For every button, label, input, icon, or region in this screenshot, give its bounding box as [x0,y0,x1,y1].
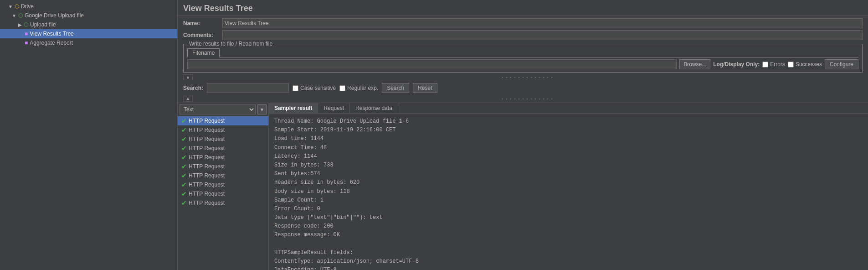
case-sensitive-group: Case sensitive [293,85,336,91]
collapse-arrow-btn[interactable]: ▲ [183,74,193,80]
tab-sampler-result[interactable]: Sampler result [269,103,318,113]
reset-button[interactable]: Reset [413,83,437,93]
result-line-9: Body size in bytes: 118 [274,187,863,196]
filename-input-row: Browse... Log/Display Only: Errors Succe… [187,57,858,70]
sidebar-item-google-drive-upload[interactable]: ▼ ⬡ Google Drive Upload file [0,11,177,20]
request-label: HTTP Request [189,172,225,179]
name-label: Name: [183,20,220,26]
tab-response-data[interactable]: Response data [350,103,398,113]
request-item[interactable]: ✔ HTTP Request [178,125,268,135]
request-item[interactable]: ✔ HTTP Request [178,198,268,208]
section-separator-bottom: ▲ • • • • • • • • • • • • • [178,95,868,103]
log-display-label: Log/Display Only: [713,61,760,68]
request-label: HTTP Request [189,182,225,188]
filename-input[interactable] [187,59,677,69]
listener-icon: ■ [21,31,28,37]
tab-request[interactable]: Request [318,103,350,113]
collapse-arrow-btn-2[interactable]: ▲ [183,96,193,102]
status-icon: ✔ [181,163,187,170]
request-item[interactable]: ✔ HTTP Request [178,116,268,125]
request-item[interactable]: ✔ HTTP Request [178,135,268,144]
request-item[interactable]: ✔ HTTP Request [178,180,268,189]
status-icon: ✔ [181,145,187,152]
regular-exp-group: Regular exp. [339,85,378,91]
drag-divider-bottom[interactable]: • • • • • • • • • • • • • [193,98,863,100]
case-sensitive-checkbox[interactable] [293,85,298,91]
drive-icon: ⬡ [15,3,19,10]
successes-label[interactable]: Successes [796,61,822,68]
search-label: Search: [183,85,203,91]
filename-tab[interactable]: Filename [187,48,220,57]
request-item[interactable]: ✔ HTTP Request [178,162,268,171]
text-dropdown[interactable]: Text [180,104,256,114]
request-item[interactable]: ✔ HTTP Request [178,171,268,180]
dropdown-arrow-button[interactable]: ▼ [257,104,267,114]
result-line-7: Sent bytes:574 [274,170,863,178]
result-line-2: Sample Start: 2019-11-19 22:16:00 CET [274,126,863,135]
page-title: View Results Tree [183,4,863,13]
request-label: HTTP Request [189,154,225,161]
request-list: ✔ HTTP Request ✔ HTTP Request ✔ HTTP Req… [178,116,268,270]
result-line-5: Latency: 1144 [274,152,863,161]
request-label: HTTP Request [189,127,225,133]
search-input[interactable] [207,83,289,93]
result-line-12: Data type ("text"|"bin"|""): text [274,213,863,222]
search-button[interactable]: Search [382,83,409,93]
search-row: Search: Case sensitive Regular exp. Sear… [178,81,868,95]
result-line-1: Thread Name: Google Drive Upload file 1-… [274,117,863,126]
drag-dots: • • • • • • • • • • • • • [502,75,553,79]
result-line-11: Error Count: 0 [274,205,863,213]
section-separator-top: ▲ • • • • • • • • • • • • • [178,73,868,81]
result-line-6: Size in bytes: 738 [274,161,863,170]
write-results-legend: Write results to file / Read from file [187,41,274,47]
browse-button[interactable]: Browse... [679,59,710,69]
split-area: Text ▼ ✔ HTTP Request ✔ HTTP Request ✔ H… [178,103,868,270]
result-line-14: Response message: OK [274,231,863,239]
title-bar: View Results Tree [178,0,868,16]
status-icon: ✔ [181,199,187,207]
errors-checkbox[interactable] [762,62,768,68]
status-icon: ✔ [181,117,187,125]
name-row: Name: [183,17,863,29]
request-label: HTTP Request [189,118,225,124]
status-icon: ✔ [181,181,187,188]
configure-button[interactable]: Configure [825,59,858,69]
name-input[interactable] [222,18,863,28]
status-icon: ✔ [181,154,187,161]
case-sensitive-label[interactable]: Case sensitive [300,85,336,91]
request-list-panel: Text ▼ ✔ HTTP Request ✔ HTTP Request ✔ H… [178,103,269,270]
sidebar-item-drive[interactable]: ▼ ⬡ Drive [0,2,177,11]
request-label: HTTP Request [189,200,225,206]
thread-icon: ⬡ [24,21,28,28]
request-label: HTTP Request [189,136,225,142]
sidebar-item-label: Drive [21,3,34,10]
result-line-8: Headers size in bytes: 620 [274,178,863,187]
result-tabs: Sampler result Request Response data [269,103,868,114]
regular-exp-label[interactable]: Regular exp. [347,85,378,91]
comments-input[interactable] [222,30,863,40]
result-line-17: ContentType: application/json; charset=U… [274,257,863,266]
request-item[interactable]: ✔ HTTP Request [178,144,268,153]
result-line-10: Sample Count: 1 [274,196,863,205]
status-icon: ✔ [181,190,187,197]
sidebar-item-view-results-tree[interactable]: ■ View Results Tree [0,29,177,38]
sidebar-item-upload-file[interactable]: ▶ ⬡ Upload file [0,20,177,29]
sidebar-item-label: Aggregate Report [30,40,73,46]
request-item[interactable]: ✔ HTTP Request [178,189,268,198]
sidebar-item-aggregate-report[interactable]: ■ Aggregate Report [0,38,177,47]
request-label: HTTP Request [189,163,225,170]
comments-label: Comments: [183,32,220,38]
result-line-3: Load time: 1144 [274,135,863,143]
errors-label[interactable]: Errors [770,61,785,68]
drag-divider-top[interactable]: • • • • • • • • • • • • • [193,77,863,78]
sidebar-item-label: Upload file [30,21,56,28]
request-item[interactable]: ✔ HTTP Request [178,153,268,162]
request-label: HTTP Request [189,145,225,151]
regular-exp-checkbox[interactable] [339,85,345,91]
sidebar-item-label: View Results Tree [30,31,74,37]
successes-checkbox-group: Successes [788,61,822,68]
successes-checkbox[interactable] [788,62,794,68]
expand-icon: ▼ [8,13,16,18]
expand-icon: ▼ [8,4,13,9]
status-icon: ✔ [181,126,187,134]
